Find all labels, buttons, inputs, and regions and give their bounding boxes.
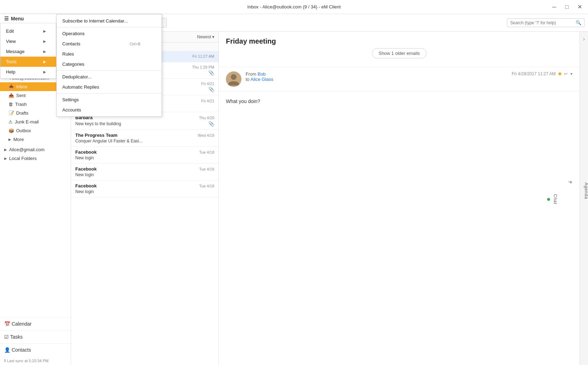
contacts-label: Contacts — [62, 41, 80, 46]
submenu-rules[interactable]: Rules — [57, 49, 162, 59]
menu-edit-label: Edit — [6, 28, 14, 34]
submenu-operations[interactable]: Operations — [57, 28, 162, 39]
submenu-deduplicator[interactable]: Deduplicator... — [57, 72, 162, 82]
menu-icon: ☰ — [4, 16, 9, 21]
submenu-accounts[interactable]: Accounts — [57, 105, 162, 115]
operations-label: Operations — [62, 31, 85, 36]
menu-title: Menu — [11, 16, 24, 21]
submenu-categories[interactable]: Categories — [57, 59, 162, 69]
submenu-automatic-replies[interactable]: Automatic Replies — [57, 82, 162, 92]
submenu-divider-3 — [57, 93, 162, 94]
subscribe-calendar-label: Subscribe to Internet Calendar... — [62, 18, 128, 24]
menu-item-message[interactable]: Message ▶ — [0, 46, 56, 57]
submenu-arrow-edit: ▶ — [43, 29, 46, 33]
submenu-divider-1 — [57, 27, 162, 27]
submenu-arrow-help: ▶ — [43, 70, 46, 74]
menu-help-label: Help — [6, 69, 15, 75]
menu-title-bar[interactable]: ☰ Menu — [0, 14, 56, 23]
deduplicator-label: Deduplicator... — [62, 74, 91, 79]
accounts-label: Accounts — [62, 107, 81, 113]
menu-overlay[interactable]: File ▶ Edit ▶ View ▶ Message ▶ Tools ▶ H… — [0, 0, 588, 365]
menu-view-label: View — [6, 39, 16, 44]
menu-item-edit[interactable]: Edit ▶ — [0, 26, 56, 36]
menu-item-view[interactable]: View ▶ — [0, 36, 56, 46]
menu-bar: File ▶ Edit ▶ View ▶ Message ▶ Tools ▶ H… — [0, 14, 56, 79]
tools-submenu: Subscribe to Internet Calendar... Operat… — [56, 14, 162, 117]
menu-tools-label: Tools — [6, 59, 17, 64]
submenu-subscribe-calendar[interactable]: Subscribe to Internet Calendar... — [57, 16, 162, 26]
menu-item-help[interactable]: Help ▶ — [0, 67, 56, 77]
submenu-contacts[interactable]: Contacts Ctrl+B — [57, 39, 162, 49]
submenu-divider-2 — [57, 70, 162, 71]
menu-item-tools[interactable]: Tools ▶ — [0, 57, 56, 67]
submenu-arrow-tools: ▶ — [43, 60, 46, 64]
categories-label: Categories — [62, 62, 84, 67]
submenu-arrow-message: ▶ — [43, 50, 46, 53]
submenu-settings[interactable]: Settings — [57, 95, 162, 105]
submenu-arrow-view: ▶ — [43, 39, 46, 43]
contacts-shortcut: Ctrl+B — [129, 42, 140, 46]
rules-label: Rules — [62, 51, 74, 57]
settings-label: Settings — [62, 97, 79, 102]
menu-message-label: Message — [6, 49, 25, 54]
automatic-replies-label: Automatic Replies — [62, 84, 99, 90]
